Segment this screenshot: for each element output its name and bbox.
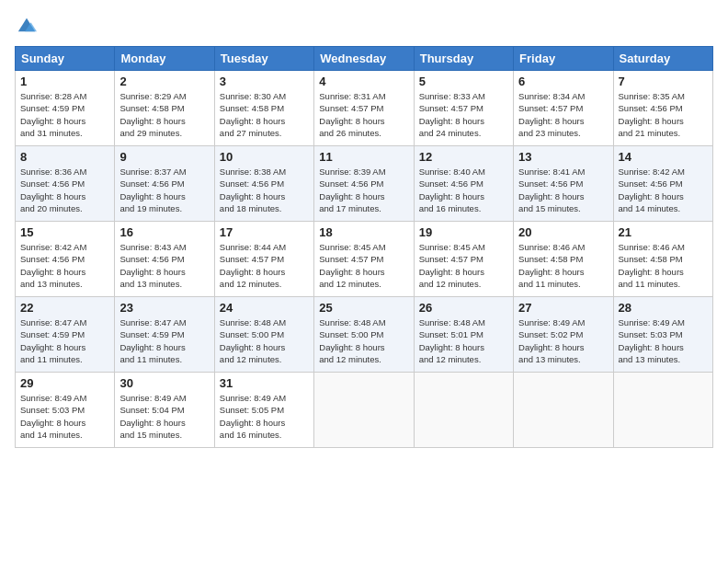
day-number: 22: [20, 301, 109, 315]
day-number: 29: [20, 376, 109, 390]
col-header-wednesday: Wednesday: [314, 47, 414, 71]
day-number: 4: [319, 75, 408, 88]
day-number: 21: [619, 225, 708, 239]
day-info: Sunrise: 8:30 AM Sunset: 4:58 PM Dayligh…: [220, 90, 309, 139]
calendar-day-20: 20Sunrise: 8:46 AM Sunset: 4:58 PM Dayli…: [514, 222, 613, 297]
day-number: 19: [419, 225, 508, 239]
calendar-day-22: 22Sunrise: 8:47 AM Sunset: 4:59 PM Dayli…: [16, 297, 115, 373]
calendar-day-1: 1Sunrise: 8:28 AM Sunset: 4:59 PM Daylig…: [16, 71, 115, 146]
calendar-day-7: 7Sunrise: 8:35 AM Sunset: 4:56 PM Daylig…: [613, 71, 712, 146]
calendar-day-28: 28Sunrise: 8:49 AM Sunset: 5:03 PM Dayli…: [613, 297, 712, 373]
calendar-day-14: 14Sunrise: 8:42 AM Sunset: 4:56 PM Dayli…: [613, 146, 712, 222]
header: [15, 15, 713, 35]
day-number: 2: [119, 75, 209, 88]
day-info: Sunrise: 8:49 AM Sunset: 5:03 PM Dayligh…: [20, 392, 109, 441]
calendar-day-27: 27Sunrise: 8:49 AM Sunset: 5:02 PM Dayli…: [514, 297, 613, 373]
day-number: 9: [119, 150, 209, 164]
day-number: 14: [619, 150, 708, 164]
col-header-sunday: Sunday: [16, 47, 115, 71]
day-info: Sunrise: 8:33 AM Sunset: 4:57 PM Dayligh…: [419, 90, 508, 139]
calendar-day-16: 16Sunrise: 8:43 AM Sunset: 4:56 PM Dayli…: [115, 222, 214, 297]
day-number: 23: [119, 301, 209, 315]
calendar-week-2: 8Sunrise: 8:36 AM Sunset: 4:56 PM Daylig…: [16, 146, 713, 222]
calendar-day-6: 6Sunrise: 8:34 AM Sunset: 4:57 PM Daylig…: [514, 71, 613, 146]
day-info: Sunrise: 8:41 AM Sunset: 4:56 PM Dayligh…: [518, 166, 608, 214]
calendar-day-2: 2Sunrise: 8:29 AM Sunset: 4:58 PM Daylig…: [115, 71, 214, 146]
calendar-day-26: 26Sunrise: 8:48 AM Sunset: 5:01 PM Dayli…: [414, 297, 513, 373]
empty-cell: [613, 373, 712, 448]
day-number: 11: [319, 150, 408, 164]
day-info: Sunrise: 8:46 AM Sunset: 4:58 PM Dayligh…: [619, 241, 708, 290]
day-info: Sunrise: 8:42 AM Sunset: 4:56 PM Dayligh…: [619, 166, 708, 214]
day-number: 6: [518, 75, 608, 88]
calendar-day-17: 17Sunrise: 8:44 AM Sunset: 4:57 PM Dayli…: [214, 222, 313, 297]
empty-cell: [414, 373, 513, 448]
col-header-tuesday: Tuesday: [214, 47, 313, 71]
calendar-day-25: 25Sunrise: 8:48 AM Sunset: 5:00 PM Dayli…: [314, 297, 414, 373]
calendar-day-10: 10Sunrise: 8:38 AM Sunset: 4:56 PM Dayli…: [214, 146, 313, 222]
calendar-day-8: 8Sunrise: 8:36 AM Sunset: 4:56 PM Daylig…: [16, 146, 115, 222]
day-number: 8: [20, 150, 109, 164]
calendar-table: SundayMondayTuesdayWednesdayThursdayFrid…: [15, 46, 713, 448]
day-info: Sunrise: 8:38 AM Sunset: 4:56 PM Dayligh…: [220, 166, 309, 214]
day-info: Sunrise: 8:31 AM Sunset: 4:57 PM Dayligh…: [319, 90, 408, 139]
calendar-day-9: 9Sunrise: 8:37 AM Sunset: 4:56 PM Daylig…: [115, 146, 214, 222]
calendar-day-30: 30Sunrise: 8:49 AM Sunset: 5:04 PM Dayli…: [115, 373, 214, 448]
calendar-day-31: 31Sunrise: 8:49 AM Sunset: 5:05 PM Dayli…: [214, 373, 313, 448]
calendar-day-19: 19Sunrise: 8:45 AM Sunset: 4:57 PM Dayli…: [414, 222, 513, 297]
day-number: 31: [220, 376, 309, 390]
day-info: Sunrise: 8:49 AM Sunset: 5:05 PM Dayligh…: [220, 392, 309, 441]
day-number: 13: [518, 150, 608, 164]
day-info: Sunrise: 8:47 AM Sunset: 4:59 PM Dayligh…: [119, 316, 209, 365]
day-info: Sunrise: 8:29 AM Sunset: 4:58 PM Dayligh…: [119, 90, 209, 139]
day-info: Sunrise: 8:42 AM Sunset: 4:56 PM Dayligh…: [20, 241, 109, 290]
calendar-day-23: 23Sunrise: 8:47 AM Sunset: 4:59 PM Dayli…: [115, 297, 214, 373]
day-info: Sunrise: 8:48 AM Sunset: 5:00 PM Dayligh…: [319, 316, 408, 365]
col-header-thursday: Thursday: [414, 47, 513, 71]
day-number: 24: [220, 301, 309, 315]
day-info: Sunrise: 8:45 AM Sunset: 4:57 PM Dayligh…: [419, 241, 508, 290]
day-number: 17: [220, 225, 309, 239]
day-info: Sunrise: 8:49 AM Sunset: 5:04 PM Dayligh…: [119, 392, 209, 441]
day-info: Sunrise: 8:47 AM Sunset: 4:59 PM Dayligh…: [20, 316, 109, 365]
day-info: Sunrise: 8:34 AM Sunset: 4:57 PM Dayligh…: [518, 90, 608, 139]
empty-cell: [314, 373, 414, 448]
calendar-day-13: 13Sunrise: 8:41 AM Sunset: 4:56 PM Dayli…: [514, 146, 613, 222]
day-info: Sunrise: 8:49 AM Sunset: 5:03 PM Dayligh…: [619, 316, 708, 365]
col-header-monday: Monday: [115, 47, 214, 71]
day-info: Sunrise: 8:37 AM Sunset: 4:56 PM Dayligh…: [119, 166, 209, 214]
day-info: Sunrise: 8:40 AM Sunset: 4:56 PM Dayligh…: [419, 166, 508, 214]
calendar-day-4: 4Sunrise: 8:31 AM Sunset: 4:57 PM Daylig…: [314, 71, 414, 146]
calendar-week-1: 1Sunrise: 8:28 AM Sunset: 4:59 PM Daylig…: [16, 71, 713, 146]
calendar-day-24: 24Sunrise: 8:48 AM Sunset: 5:00 PM Dayli…: [214, 297, 313, 373]
day-number: 12: [419, 150, 508, 164]
logo: [15, 15, 37, 35]
day-info: Sunrise: 8:48 AM Sunset: 5:01 PM Dayligh…: [419, 316, 508, 365]
day-info: Sunrise: 8:36 AM Sunset: 4:56 PM Dayligh…: [20, 166, 109, 214]
day-number: 26: [419, 301, 508, 315]
day-info: Sunrise: 8:39 AM Sunset: 4:56 PM Dayligh…: [319, 166, 408, 214]
calendar-day-12: 12Sunrise: 8:40 AM Sunset: 4:56 PM Dayli…: [414, 146, 513, 222]
day-number: 30: [119, 376, 209, 390]
logo-icon: [17, 15, 37, 35]
calendar-week-3: 15Sunrise: 8:42 AM Sunset: 4:56 PM Dayli…: [16, 222, 713, 297]
day-number: 10: [220, 150, 309, 164]
day-info: Sunrise: 8:49 AM Sunset: 5:02 PM Dayligh…: [518, 316, 608, 365]
day-number: 16: [119, 225, 209, 239]
day-info: Sunrise: 8:35 AM Sunset: 4:56 PM Dayligh…: [619, 90, 708, 139]
calendar-day-21: 21Sunrise: 8:46 AM Sunset: 4:58 PM Dayli…: [613, 222, 712, 297]
day-number: 5: [419, 75, 508, 88]
day-info: Sunrise: 8:45 AM Sunset: 4:57 PM Dayligh…: [319, 241, 408, 290]
empty-cell: [514, 373, 613, 448]
page-container: SundayMondayTuesdayWednesdayThursdayFrid…: [0, 0, 728, 457]
calendar-week-5: 29Sunrise: 8:49 AM Sunset: 5:03 PM Dayli…: [16, 373, 713, 448]
day-info: Sunrise: 8:28 AM Sunset: 4:59 PM Dayligh…: [20, 90, 109, 139]
day-number: 25: [319, 301, 408, 315]
col-header-friday: Friday: [514, 47, 613, 71]
day-number: 27: [518, 301, 608, 315]
calendar-day-15: 15Sunrise: 8:42 AM Sunset: 4:56 PM Dayli…: [16, 222, 115, 297]
day-number: 28: [619, 301, 708, 315]
calendar-day-5: 5Sunrise: 8:33 AM Sunset: 4:57 PM Daylig…: [414, 71, 513, 146]
calendar-week-4: 22Sunrise: 8:47 AM Sunset: 4:59 PM Dayli…: [16, 297, 713, 373]
day-number: 20: [518, 225, 608, 239]
